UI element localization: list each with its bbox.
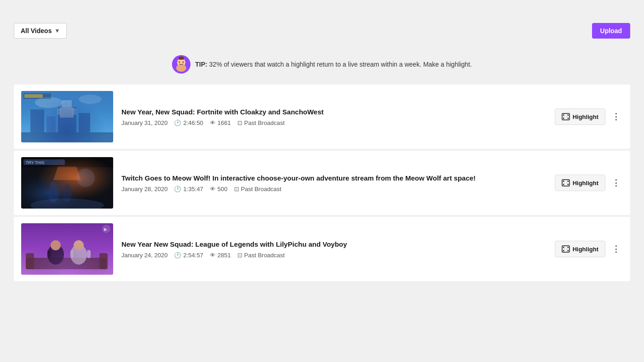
svg-point-33 (50, 181, 57, 188)
highlight-label: Highlight (573, 180, 598, 187)
video-date: January 28, 2020 (121, 186, 167, 192)
eye-icon: 👁 (210, 252, 216, 259)
video-thumbnail[interactable]: TRY THIS (21, 157, 113, 209)
more-options-button[interactable]: ⋮ (609, 175, 623, 191)
broadcast-icon: ⊡ (237, 252, 242, 259)
more-options-button[interactable]: ⋮ (609, 109, 623, 124)
broadcast-icon: ⊡ (237, 119, 242, 126)
svg-rect-54 (47, 250, 51, 258)
chevron-down-icon: ▼ (54, 28, 60, 34)
svg-rect-46 (567, 180, 567, 186)
highlight-button[interactable]: Highlight (555, 175, 605, 191)
highlight-label: Highlight (573, 113, 598, 120)
video-type: ⊡ Past Broadcast (234, 186, 282, 192)
svg-rect-19 (21, 132, 113, 142)
svg-rect-50 (26, 253, 34, 269)
svg-rect-14 (60, 107, 74, 118)
svg-rect-45 (564, 180, 565, 186)
tip-prefix: TIP: (195, 61, 207, 68)
svg-point-39 (30, 198, 104, 209)
svg-rect-49 (26, 258, 106, 269)
tip-body: 32% of viewers that watch a highlight re… (207, 61, 472, 68)
tip-avatar (172, 55, 190, 74)
svg-rect-15 (57, 108, 61, 115)
svg-point-8 (79, 95, 102, 104)
svg-point-52 (47, 244, 64, 265)
video-actions: Highlight ⋮ (555, 175, 623, 191)
clock-icon: 🕐 (174, 186, 181, 192)
all-videos-filter-button[interactable]: All Videos ▼ (14, 23, 67, 39)
svg-rect-68 (567, 246, 567, 252)
svg-rect-25 (564, 113, 565, 120)
svg-rect-64 (568, 247, 569, 248)
svg-rect-27 (21, 157, 113, 209)
video-duration: 🕐 2:54:57 (174, 252, 203, 259)
more-options-button[interactable]: ⋮ (609, 241, 623, 257)
filter-label: All Videos (21, 27, 52, 34)
svg-rect-63 (563, 247, 564, 248)
video-duration: 🕐 2:46:50 (174, 119, 203, 126)
svg-rect-16 (73, 108, 76, 115)
svg-point-32 (48, 186, 59, 202)
video-info: New Year, New Squad: Fortnite with Cloak… (121, 107, 546, 126)
video-title: New Year, New Squad: Fortnite with Cloak… (121, 107, 546, 117)
svg-point-31 (76, 169, 95, 187)
svg-rect-26 (567, 113, 567, 120)
svg-point-60 (102, 225, 110, 233)
svg-rect-22 (568, 114, 569, 116)
svg-rect-36 (21, 157, 113, 167)
video-thumbnail[interactable] (21, 91, 113, 142)
video-title: New Year New Squad: League of Legends wi… (121, 239, 546, 249)
highlight-label: Highlight (573, 246, 598, 253)
video-type: ⊡ Past Broadcast (237, 252, 285, 259)
film-icon (562, 245, 570, 253)
svg-rect-67 (564, 246, 565, 252)
video-meta: January 24, 2020 🕐 2:54:57 👁 2851 ⊡ Past… (121, 252, 546, 259)
svg-rect-24 (568, 118, 569, 119)
svg-rect-28 (21, 157, 113, 209)
svg-point-57 (74, 240, 84, 250)
video-title: Twitch Goes to Meow Wolf! In interactive… (121, 173, 546, 183)
clock-icon: 🕐 (174, 252, 181, 259)
film-icon (562, 113, 570, 121)
svg-rect-58 (70, 250, 74, 258)
video-date: January 31, 2020 (121, 119, 167, 126)
svg-point-3 (179, 62, 180, 63)
highlight-button[interactable]: Highlight (555, 241, 605, 257)
svg-point-56 (70, 244, 87, 265)
video-row: TRY THIS Twitch Goes to Meow Wolf! In in… (14, 151, 630, 215)
eye-icon: 👁 (210, 186, 216, 192)
video-views: 👁 1661 (210, 119, 231, 126)
broadcast-icon: ⊡ (234, 186, 239, 192)
top-bar: All Videos ▼ Upload (14, 9, 630, 48)
svg-rect-6 (21, 91, 113, 142)
svg-rect-48 (21, 223, 113, 275)
upload-button[interactable]: Upload (592, 23, 630, 39)
svg-rect-17 (23, 93, 51, 99)
svg-point-34 (63, 187, 72, 202)
svg-rect-59 (87, 250, 91, 258)
svg-rect-29 (21, 157, 113, 209)
video-row: New Year, New Squad: Fortnite with Cloak… (14, 85, 630, 149)
highlight-button[interactable]: Highlight (555, 108, 605, 125)
svg-rect-10 (46, 116, 56, 132)
svg-point-53 (51, 240, 61, 250)
video-actions: Highlight ⋮ (555, 108, 623, 125)
video-views: 👁 2851 (210, 252, 231, 259)
video-date: January 24, 2020 (121, 252, 167, 259)
video-duration: 🕐 1:35:47 (174, 186, 203, 192)
svg-rect-41 (563, 181, 564, 182)
videos-list: New Year, New Squad: Fortnite with Cloak… (14, 85, 630, 281)
tip-text: TIP: 32% of viewers that watch a highlig… (195, 61, 472, 68)
video-meta: January 31, 2020 🕐 2:46:50 👁 1661 ⊡ Past… (121, 119, 546, 126)
svg-point-35 (64, 184, 70, 189)
svg-rect-37 (23, 159, 65, 165)
video-thumbnail[interactable]: ▶ (21, 223, 113, 275)
svg-rect-23 (563, 118, 564, 119)
svg-rect-11 (58, 107, 76, 132)
video-info: New Year New Squad: League of Legends wi… (121, 239, 546, 259)
svg-text:TRY THIS: TRY THIS (26, 160, 45, 165)
svg-point-2 (176, 64, 186, 72)
film-icon (562, 179, 570, 187)
svg-rect-18 (24, 94, 43, 98)
